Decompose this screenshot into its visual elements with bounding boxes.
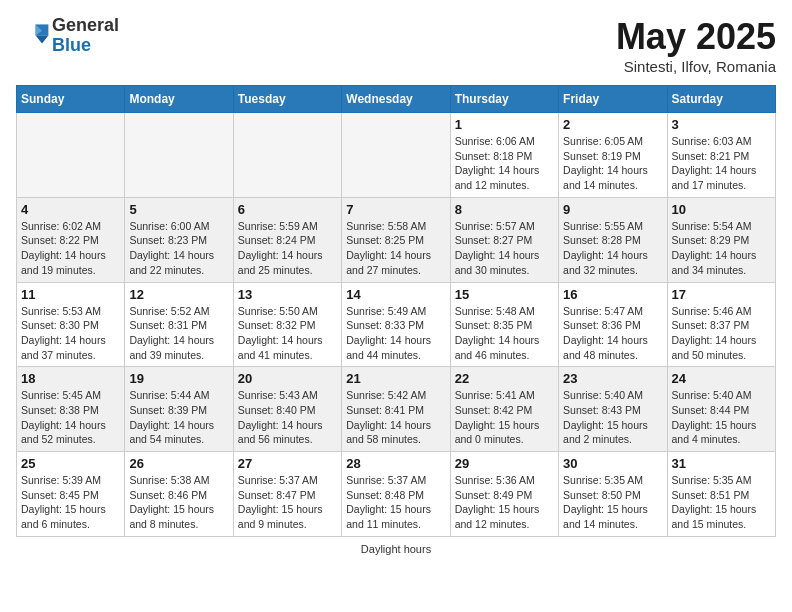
- calendar-cell: 23Sunrise: 5:40 AM Sunset: 8:43 PM Dayli…: [559, 367, 667, 452]
- day-info: Sunrise: 5:40 AM Sunset: 8:43 PM Dayligh…: [563, 388, 662, 447]
- calendar-cell: 7Sunrise: 5:58 AM Sunset: 8:25 PM Daylig…: [342, 197, 450, 282]
- day-info: Sunrise: 5:50 AM Sunset: 8:32 PM Dayligh…: [238, 304, 337, 363]
- day-number: 5: [129, 202, 228, 217]
- calendar-cell: 3Sunrise: 6:03 AM Sunset: 8:21 PM Daylig…: [667, 113, 775, 198]
- calendar-table: SundayMondayTuesdayWednesdayThursdayFrid…: [16, 85, 776, 537]
- day-info: Sunrise: 6:06 AM Sunset: 8:18 PM Dayligh…: [455, 134, 554, 193]
- logo-icon: [18, 20, 50, 48]
- day-number: 12: [129, 287, 228, 302]
- day-number: 17: [672, 287, 771, 302]
- calendar-cell: [125, 113, 233, 198]
- title-block: May 2025 Sintesti, Ilfov, Romania: [616, 16, 776, 75]
- day-info: Sunrise: 5:53 AM Sunset: 8:30 PM Dayligh…: [21, 304, 120, 363]
- calendar-cell: 4Sunrise: 6:02 AM Sunset: 8:22 PM Daylig…: [17, 197, 125, 282]
- calendar-cell: 6Sunrise: 5:59 AM Sunset: 8:24 PM Daylig…: [233, 197, 341, 282]
- day-info: Sunrise: 5:45 AM Sunset: 8:38 PM Dayligh…: [21, 388, 120, 447]
- calendar-cell: 2Sunrise: 6:05 AM Sunset: 8:19 PM Daylig…: [559, 113, 667, 198]
- calendar-cell: 13Sunrise: 5:50 AM Sunset: 8:32 PM Dayli…: [233, 282, 341, 367]
- day-info: Sunrise: 5:47 AM Sunset: 8:36 PM Dayligh…: [563, 304, 662, 363]
- logo: General Blue: [16, 16, 119, 56]
- day-info: Sunrise: 5:55 AM Sunset: 8:28 PM Dayligh…: [563, 219, 662, 278]
- calendar-cell: 11Sunrise: 5:53 AM Sunset: 8:30 PM Dayli…: [17, 282, 125, 367]
- day-info: Sunrise: 6:03 AM Sunset: 8:21 PM Dayligh…: [672, 134, 771, 193]
- day-number: 16: [563, 287, 662, 302]
- day-info: Sunrise: 5:37 AM Sunset: 8:48 PM Dayligh…: [346, 473, 445, 532]
- calendar-cell: 31Sunrise: 5:35 AM Sunset: 8:51 PM Dayli…: [667, 452, 775, 537]
- logo-general-text: General: [52, 15, 119, 35]
- calendar-cell: [233, 113, 341, 198]
- calendar-cell: 21Sunrise: 5:42 AM Sunset: 8:41 PM Dayli…: [342, 367, 450, 452]
- day-info: Sunrise: 6:02 AM Sunset: 8:22 PM Dayligh…: [21, 219, 120, 278]
- month-title: May 2025: [616, 16, 776, 58]
- day-number: 14: [346, 287, 445, 302]
- calendar-week-row: 25Sunrise: 5:39 AM Sunset: 8:45 PM Dayli…: [17, 452, 776, 537]
- day-number: 25: [21, 456, 120, 471]
- calendar-cell: 19Sunrise: 5:44 AM Sunset: 8:39 PM Dayli…: [125, 367, 233, 452]
- day-number: 29: [455, 456, 554, 471]
- day-number: 21: [346, 371, 445, 386]
- day-info: Sunrise: 5:36 AM Sunset: 8:49 PM Dayligh…: [455, 473, 554, 532]
- weekday-header-saturday: Saturday: [667, 86, 775, 113]
- calendar-week-row: 1Sunrise: 6:06 AM Sunset: 8:18 PM Daylig…: [17, 113, 776, 198]
- weekday-header-row: SundayMondayTuesdayWednesdayThursdayFrid…: [17, 86, 776, 113]
- day-number: 22: [455, 371, 554, 386]
- day-number: 7: [346, 202, 445, 217]
- day-number: 1: [455, 117, 554, 132]
- calendar-cell: 24Sunrise: 5:40 AM Sunset: 8:44 PM Dayli…: [667, 367, 775, 452]
- day-info: Sunrise: 5:48 AM Sunset: 8:35 PM Dayligh…: [455, 304, 554, 363]
- day-info: Sunrise: 5:41 AM Sunset: 8:42 PM Dayligh…: [455, 388, 554, 447]
- day-number: 31: [672, 456, 771, 471]
- day-number: 19: [129, 371, 228, 386]
- footer-daylight: Daylight hours: [16, 543, 776, 555]
- calendar-cell: 8Sunrise: 5:57 AM Sunset: 8:27 PM Daylig…: [450, 197, 558, 282]
- day-number: 11: [21, 287, 120, 302]
- calendar-cell: 22Sunrise: 5:41 AM Sunset: 8:42 PM Dayli…: [450, 367, 558, 452]
- day-info: Sunrise: 5:52 AM Sunset: 8:31 PM Dayligh…: [129, 304, 228, 363]
- day-number: 24: [672, 371, 771, 386]
- calendar-cell: 18Sunrise: 5:45 AM Sunset: 8:38 PM Dayli…: [17, 367, 125, 452]
- calendar-cell: 29Sunrise: 5:36 AM Sunset: 8:49 PM Dayli…: [450, 452, 558, 537]
- day-info: Sunrise: 5:38 AM Sunset: 8:46 PM Dayligh…: [129, 473, 228, 532]
- day-info: Sunrise: 5:43 AM Sunset: 8:40 PM Dayligh…: [238, 388, 337, 447]
- svg-marker-1: [36, 35, 49, 43]
- logo-blue-text: Blue: [52, 35, 91, 55]
- day-info: Sunrise: 6:05 AM Sunset: 8:19 PM Dayligh…: [563, 134, 662, 193]
- calendar-cell: 10Sunrise: 5:54 AM Sunset: 8:29 PM Dayli…: [667, 197, 775, 282]
- day-number: 8: [455, 202, 554, 217]
- page-header: General Blue May 2025 Sintesti, Ilfov, R…: [16, 16, 776, 75]
- day-number: 10: [672, 202, 771, 217]
- day-info: Sunrise: 5:58 AM Sunset: 8:25 PM Dayligh…: [346, 219, 445, 278]
- day-info: Sunrise: 5:40 AM Sunset: 8:44 PM Dayligh…: [672, 388, 771, 447]
- day-info: Sunrise: 5:49 AM Sunset: 8:33 PM Dayligh…: [346, 304, 445, 363]
- day-number: 18: [21, 371, 120, 386]
- day-info: Sunrise: 5:37 AM Sunset: 8:47 PM Dayligh…: [238, 473, 337, 532]
- weekday-header-thursday: Thursday: [450, 86, 558, 113]
- weekday-header-tuesday: Tuesday: [233, 86, 341, 113]
- calendar-cell: 5Sunrise: 6:00 AM Sunset: 8:23 PM Daylig…: [125, 197, 233, 282]
- day-number: 15: [455, 287, 554, 302]
- day-info: Sunrise: 5:46 AM Sunset: 8:37 PM Dayligh…: [672, 304, 771, 363]
- day-info: Sunrise: 5:39 AM Sunset: 8:45 PM Dayligh…: [21, 473, 120, 532]
- day-number: 23: [563, 371, 662, 386]
- weekday-header-wednesday: Wednesday: [342, 86, 450, 113]
- day-info: Sunrise: 5:42 AM Sunset: 8:41 PM Dayligh…: [346, 388, 445, 447]
- calendar-week-row: 11Sunrise: 5:53 AM Sunset: 8:30 PM Dayli…: [17, 282, 776, 367]
- calendar-week-row: 18Sunrise: 5:45 AM Sunset: 8:38 PM Dayli…: [17, 367, 776, 452]
- calendar-cell: 20Sunrise: 5:43 AM Sunset: 8:40 PM Dayli…: [233, 367, 341, 452]
- day-info: Sunrise: 5:44 AM Sunset: 8:39 PM Dayligh…: [129, 388, 228, 447]
- day-number: 26: [129, 456, 228, 471]
- calendar-cell: 17Sunrise: 5:46 AM Sunset: 8:37 PM Dayli…: [667, 282, 775, 367]
- calendar-cell: 15Sunrise: 5:48 AM Sunset: 8:35 PM Dayli…: [450, 282, 558, 367]
- location-subtitle: Sintesti, Ilfov, Romania: [616, 58, 776, 75]
- day-number: 30: [563, 456, 662, 471]
- calendar-cell: 27Sunrise: 5:37 AM Sunset: 8:47 PM Dayli…: [233, 452, 341, 537]
- day-number: 3: [672, 117, 771, 132]
- day-number: 9: [563, 202, 662, 217]
- day-number: 6: [238, 202, 337, 217]
- day-number: 27: [238, 456, 337, 471]
- calendar-cell: 28Sunrise: 5:37 AM Sunset: 8:48 PM Dayli…: [342, 452, 450, 537]
- day-info: Sunrise: 5:57 AM Sunset: 8:27 PM Dayligh…: [455, 219, 554, 278]
- weekday-header-monday: Monday: [125, 86, 233, 113]
- calendar-cell: 12Sunrise: 5:52 AM Sunset: 8:31 PM Dayli…: [125, 282, 233, 367]
- day-info: Sunrise: 6:00 AM Sunset: 8:23 PM Dayligh…: [129, 219, 228, 278]
